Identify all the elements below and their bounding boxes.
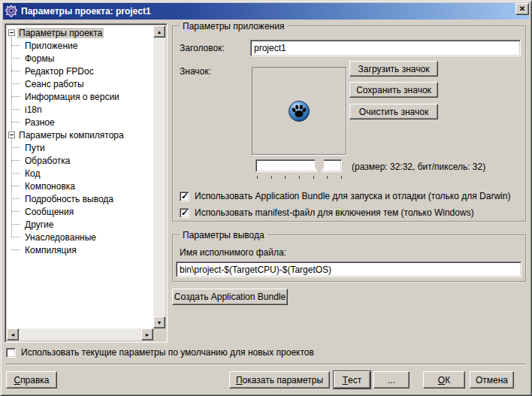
tree-item-14[interactable]: Сообщения xyxy=(7,205,153,218)
close-icon[interactable]: ✕ xyxy=(515,3,529,15)
tree-item-label: Сеанс работы xyxy=(23,79,86,89)
window-title: Параметры проекта: project1 xyxy=(21,6,151,17)
tree-item-label: Подробность вывода xyxy=(23,194,115,204)
tree-item-11[interactable]: Код xyxy=(7,167,153,180)
lazarus-app-icon xyxy=(5,5,17,17)
checkbox-label: Использовать Application Bundle для запу… xyxy=(195,191,510,201)
target-filename-input[interactable] xyxy=(176,261,521,277)
tree-item-label: Информация о версии xyxy=(23,92,121,102)
tree-item-label: Компоновка xyxy=(23,181,77,192)
icon-size-slider-track[interactable] xyxy=(255,159,342,172)
group-title: Параметры приложения xyxy=(180,21,287,32)
tree-item-3[interactable]: Редактор FPDoc xyxy=(7,65,153,77)
checkbox-icon[interactable] xyxy=(6,348,16,358)
output-parameters-group: Параметры вывода Имя исполнимого файла: xyxy=(172,234,527,283)
tree-item-6[interactable]: i18n xyxy=(7,103,153,116)
icon-size-info: (размер: 32:32, бит/пиксель: 32) xyxy=(352,162,485,172)
tree-item-2[interactable]: Формы xyxy=(7,52,153,65)
load-icon-button[interactable]: Загрузить значок xyxy=(349,61,438,77)
tree-item-label: Пути xyxy=(23,143,47,153)
checkbox-label: Использовать manifest-файл для включения… xyxy=(195,207,474,218)
tree-item-5[interactable]: Информация о версии xyxy=(7,90,153,103)
tree-item-label: Редактор FPDoc xyxy=(23,66,95,77)
tree-item-15[interactable]: Другие xyxy=(7,218,153,231)
tree-item-label: Формы xyxy=(23,53,56,64)
help-button[interactable]: Справка xyxy=(6,371,57,388)
tree-item-1[interactable]: Приложение xyxy=(7,39,153,52)
tree-item-label: Компиляция xyxy=(23,245,78,255)
tree-item-label: Обработка xyxy=(23,156,72,166)
tree-item-label: Унаследованные xyxy=(23,232,98,243)
tree-item-label: Разное xyxy=(23,117,56,128)
caption-input[interactable] xyxy=(250,40,521,56)
tree-item-7[interactable]: Разное xyxy=(7,116,153,128)
tree-item-8[interactable]: Параметры компилятора xyxy=(7,128,153,141)
target-filename-label: Имя исполнимого файла: xyxy=(180,247,286,258)
test-button[interactable]: Тест xyxy=(334,371,370,388)
caption-label: Заголовок: xyxy=(180,43,225,53)
checkbox-label: Использовать текущие параметры по умолча… xyxy=(21,347,314,358)
checkbox-icon[interactable] xyxy=(180,208,189,218)
use-app-bundle-checkbox[interactable]: Использовать Application Bundle для запу… xyxy=(180,191,510,201)
clear-icon-button[interactable]: Очистить значок xyxy=(349,104,438,119)
scroll-up-icon[interactable]: ▲ xyxy=(153,26,165,38)
tree-item-label: Параметры проекта xyxy=(17,28,104,38)
show-options-button[interactable]: Показать параметры xyxy=(229,371,330,388)
tree-collapse-icon[interactable] xyxy=(8,131,15,138)
tree-item-9[interactable]: Пути xyxy=(7,141,153,154)
tree-item-label: Сообщения xyxy=(23,207,75,217)
tree-vertical-scrollbar[interactable]: ▲ ▼ xyxy=(153,26,165,328)
tree-item-4[interactable]: Сеанс работы xyxy=(7,77,153,90)
tree-item-10[interactable]: Обработка xyxy=(7,154,153,167)
title-bar[interactable]: Параметры проекта: project1 xyxy=(3,3,529,20)
ok-button[interactable]: ОК xyxy=(423,371,465,388)
options-tree: Параметры проектаПриложениеФормыРедактор… xyxy=(7,26,153,328)
tree-item-16[interactable]: Унаследованные xyxy=(7,231,153,243)
icon-label: Значок: xyxy=(180,66,211,77)
tree-item-0[interactable]: Параметры проекта xyxy=(7,26,153,39)
application-parameters-group: Параметры приложения Заголовок: Значок: xyxy=(172,26,527,222)
scroll-left-icon[interactable]: ◄ xyxy=(7,328,19,340)
scroll-right-icon[interactable]: ► xyxy=(141,328,153,340)
slider-ticks xyxy=(257,176,342,179)
more-options-button[interactable]: ... xyxy=(373,371,410,388)
use-as-default-checkbox[interactable]: Использовать текущие параметры по умолча… xyxy=(6,347,314,358)
save-icon-button[interactable]: Сохранить значок xyxy=(349,82,438,98)
tree-collapse-icon[interactable] xyxy=(8,29,15,36)
tree-item-17[interactable]: Компиляция xyxy=(7,243,153,256)
project-options-dialog: Параметры проекта: project1 ✕ Параметры … xyxy=(0,0,532,396)
tree-item-label: Код xyxy=(23,168,41,179)
tree-item-label: Приложение xyxy=(23,41,79,51)
paw-icon xyxy=(287,99,311,123)
create-app-bundle-button[interactable]: Создать Application Bundle xyxy=(172,289,288,305)
cancel-button[interactable]: Отмена xyxy=(470,371,514,388)
tree-horizontal-scrollbar[interactable]: ◄ ► xyxy=(7,328,153,340)
checkbox-icon[interactable] xyxy=(180,192,189,201)
scroll-down-icon[interactable]: ▼ xyxy=(153,316,165,328)
options-tree-panel: Параметры проектаПриложениеФормыРедактор… xyxy=(5,23,168,343)
tree-item-12[interactable]: Компоновка xyxy=(7,180,153,192)
tree-item-13[interactable]: Подробность вывода xyxy=(7,192,153,205)
group-title: Параметры вывода xyxy=(180,230,268,240)
use-manifest-checkbox[interactable]: Использовать manifest-файл для включения… xyxy=(180,207,474,218)
tree-item-label: i18n xyxy=(23,104,44,115)
icon-preview-panel xyxy=(252,67,346,155)
tree-item-label: Другие xyxy=(23,219,55,230)
scrollbar-corner xyxy=(153,328,165,340)
footer-divider xyxy=(6,364,526,365)
tree-item-label: Параметры компилятора xyxy=(17,130,125,141)
